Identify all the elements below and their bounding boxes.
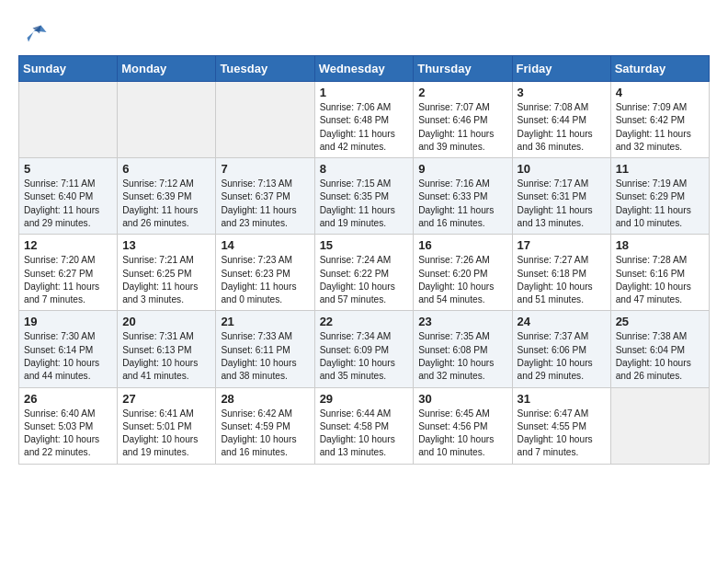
calendar-cell: 4Sunrise: 7:09 AM Sunset: 6:42 PM Daylig… (610, 82, 709, 158)
calendar-cell: 21Sunrise: 7:33 AM Sunset: 6:11 PM Dayli… (216, 311, 314, 387)
calendar-cell: 26Sunrise: 6:40 AM Sunset: 5:03 PM Dayli… (19, 387, 118, 464)
page-header (18, 18, 710, 46)
day-info: Sunrise: 7:17 AM Sunset: 6:31 PM Dayligh… (518, 178, 606, 230)
day-number: 25 (616, 315, 704, 328)
calendar-cell (610, 387, 709, 464)
column-header-monday: Monday (118, 56, 216, 82)
calendar-cell: 15Sunrise: 7:24 AM Sunset: 6:22 PM Dayli… (314, 235, 414, 311)
day-info: Sunrise: 6:45 AM Sunset: 4:56 PM Dayligh… (418, 408, 506, 460)
calendar-cell: 27Sunrise: 6:41 AM Sunset: 5:01 PM Dayli… (118, 387, 216, 464)
svg-marker-1 (33, 26, 41, 34)
column-header-sunday: Sunday (19, 56, 118, 82)
day-number: 4 (616, 86, 704, 99)
day-info: Sunrise: 7:30 AM Sunset: 6:14 PM Dayligh… (24, 330, 112, 383)
calendar-cell: 28Sunrise: 6:42 AM Sunset: 4:59 PM Dayli… (216, 387, 314, 464)
day-number: 14 (221, 238, 309, 252)
day-number: 6 (122, 162, 210, 176)
calendar-cell: 16Sunrise: 7:26 AM Sunset: 6:20 PM Dayli… (414, 235, 512, 311)
day-info: Sunrise: 7:34 AM Sunset: 6:09 PM Dayligh… (320, 330, 409, 383)
day-number: 13 (122, 238, 210, 252)
calendar-cell: 30Sunrise: 6:45 AM Sunset: 4:56 PM Dayli… (414, 387, 512, 464)
calendar-cell: 11Sunrise: 7:19 AM Sunset: 6:29 PM Dayli… (610, 158, 709, 235)
day-info: Sunrise: 7:13 AM Sunset: 6:37 PM Dayligh… (221, 178, 309, 230)
day-number: 30 (418, 392, 506, 406)
day-number: 7 (221, 162, 309, 176)
calendar-cell: 17Sunrise: 7:27 AM Sunset: 6:18 PM Dayli… (512, 235, 610, 311)
day-number: 27 (122, 392, 210, 406)
day-info: Sunrise: 6:47 AM Sunset: 4:55 PM Dayligh… (518, 408, 606, 460)
day-number: 1 (320, 86, 409, 99)
day-number: 9 (418, 162, 506, 176)
column-header-friday: Friday (512, 56, 610, 82)
calendar-cell: 8Sunrise: 7:15 AM Sunset: 6:35 PM Daylig… (314, 158, 414, 235)
column-header-wednesday: Wednesday (314, 56, 414, 82)
day-info: Sunrise: 7:37 AM Sunset: 6:06 PM Dayligh… (518, 330, 606, 383)
day-info: Sunrise: 7:26 AM Sunset: 6:20 PM Dayligh… (418, 254, 506, 306)
calendar-cell: 1Sunrise: 7:06 AM Sunset: 6:48 PM Daylig… (314, 82, 414, 158)
calendar-cell (19, 82, 118, 158)
day-info: Sunrise: 7:16 AM Sunset: 6:33 PM Dayligh… (418, 178, 506, 230)
day-info: Sunrise: 7:21 AM Sunset: 6:25 PM Dayligh… (122, 254, 210, 306)
calendar-table: SundayMondayTuesdayWednesdayThursdayFrid… (18, 55, 710, 465)
calendar-cell: 6Sunrise: 7:12 AM Sunset: 6:39 PM Daylig… (118, 158, 216, 235)
calendar-header-row: SundayMondayTuesdayWednesdayThursdayFrid… (19, 56, 710, 82)
day-info: Sunrise: 7:09 AM Sunset: 6:42 PM Dayligh… (616, 101, 704, 154)
day-number: 24 (518, 315, 606, 328)
logo-bird-icon (20, 18, 48, 46)
calendar-cell (118, 82, 216, 158)
day-number: 11 (616, 162, 704, 176)
calendar-week-row: 26Sunrise: 6:40 AM Sunset: 5:03 PM Dayli… (19, 387, 710, 464)
day-number: 15 (320, 238, 409, 252)
calendar-cell: 22Sunrise: 7:34 AM Sunset: 6:09 PM Dayli… (314, 311, 414, 387)
calendar-cell: 31Sunrise: 6:47 AM Sunset: 4:55 PM Dayli… (512, 387, 610, 464)
day-info: Sunrise: 7:20 AM Sunset: 6:27 PM Dayligh… (24, 254, 112, 306)
day-info: Sunrise: 7:07 AM Sunset: 6:46 PM Dayligh… (418, 101, 506, 154)
day-number: 19 (24, 315, 112, 328)
column-header-tuesday: Tuesday (216, 56, 314, 82)
calendar-cell: 2Sunrise: 7:07 AM Sunset: 6:46 PM Daylig… (414, 82, 512, 158)
calendar-week-row: 5Sunrise: 7:11 AM Sunset: 6:40 PM Daylig… (19, 158, 710, 235)
calendar-cell: 25Sunrise: 7:38 AM Sunset: 6:04 PM Dayli… (610, 311, 709, 387)
day-info: Sunrise: 6:42 AM Sunset: 4:59 PM Dayligh… (221, 408, 309, 460)
day-number: 22 (320, 315, 409, 328)
day-info: Sunrise: 7:12 AM Sunset: 6:39 PM Dayligh… (122, 178, 210, 230)
calendar-week-row: 19Sunrise: 7:30 AM Sunset: 6:14 PM Dayli… (19, 311, 710, 387)
day-info: Sunrise: 6:41 AM Sunset: 5:01 PM Dayligh… (122, 408, 210, 460)
day-number: 2 (418, 86, 506, 99)
day-number: 12 (24, 238, 112, 252)
day-info: Sunrise: 7:24 AM Sunset: 6:22 PM Dayligh… (320, 254, 409, 306)
day-number: 3 (518, 86, 606, 99)
calendar-week-row: 1Sunrise: 7:06 AM Sunset: 6:48 PM Daylig… (19, 82, 710, 158)
day-info: Sunrise: 6:40 AM Sunset: 5:03 PM Dayligh… (24, 408, 112, 460)
calendar-cell: 19Sunrise: 7:30 AM Sunset: 6:14 PM Dayli… (19, 311, 118, 387)
day-info: Sunrise: 7:35 AM Sunset: 6:08 PM Dayligh… (418, 330, 506, 383)
day-info: Sunrise: 7:28 AM Sunset: 6:16 PM Dayligh… (616, 254, 704, 306)
day-number: 26 (24, 392, 112, 406)
day-info: Sunrise: 6:44 AM Sunset: 4:58 PM Dayligh… (320, 408, 409, 460)
calendar-week-row: 12Sunrise: 7:20 AM Sunset: 6:27 PM Dayli… (19, 235, 710, 311)
calendar-cell: 3Sunrise: 7:08 AM Sunset: 6:44 PM Daylig… (512, 82, 610, 158)
calendar-cell: 29Sunrise: 6:44 AM Sunset: 4:58 PM Dayli… (314, 387, 414, 464)
calendar-cell: 9Sunrise: 7:16 AM Sunset: 6:33 PM Daylig… (414, 158, 512, 235)
day-number: 5 (24, 162, 112, 176)
calendar-cell: 24Sunrise: 7:37 AM Sunset: 6:06 PM Dayli… (512, 311, 610, 387)
calendar-cell: 23Sunrise: 7:35 AM Sunset: 6:08 PM Dayli… (414, 311, 512, 387)
day-number: 8 (320, 162, 409, 176)
day-number: 29 (320, 392, 409, 406)
day-info: Sunrise: 7:06 AM Sunset: 6:48 PM Dayligh… (320, 101, 409, 154)
logo (18, 18, 48, 46)
day-info: Sunrise: 7:08 AM Sunset: 6:44 PM Dayligh… (518, 101, 606, 154)
day-info: Sunrise: 7:23 AM Sunset: 6:23 PM Dayligh… (221, 254, 309, 306)
day-number: 18 (616, 238, 704, 252)
day-number: 17 (518, 238, 606, 252)
calendar-cell: 5Sunrise: 7:11 AM Sunset: 6:40 PM Daylig… (19, 158, 118, 235)
calendar-cell: 18Sunrise: 7:28 AM Sunset: 6:16 PM Dayli… (610, 235, 709, 311)
column-header-thursday: Thursday (414, 56, 512, 82)
day-info: Sunrise: 7:27 AM Sunset: 6:18 PM Dayligh… (518, 254, 606, 306)
day-number: 16 (418, 238, 506, 252)
day-number: 28 (221, 392, 309, 406)
calendar-cell: 7Sunrise: 7:13 AM Sunset: 6:37 PM Daylig… (216, 158, 314, 235)
calendar-cell: 13Sunrise: 7:21 AM Sunset: 6:25 PM Dayli… (118, 235, 216, 311)
calendar-cell (216, 82, 314, 158)
day-number: 23 (418, 315, 506, 328)
